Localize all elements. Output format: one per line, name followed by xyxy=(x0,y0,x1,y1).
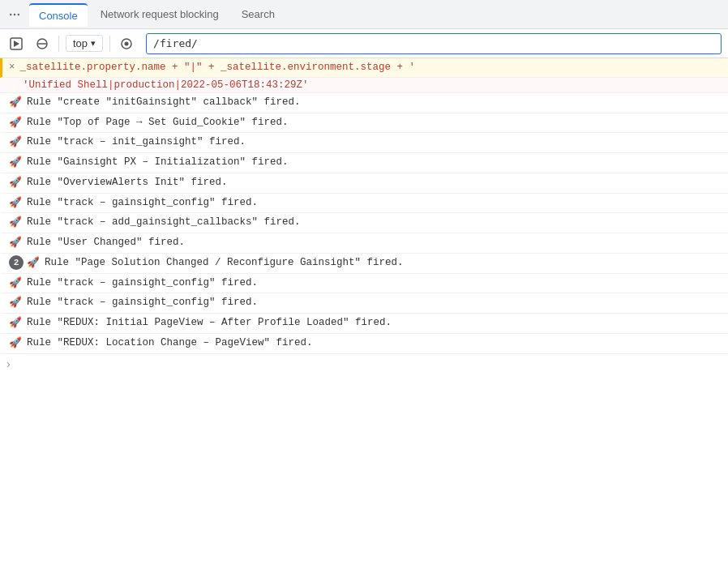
repeat-count-badge: 2 xyxy=(9,255,24,270)
rocket-icon: 🚀 xyxy=(9,336,22,352)
rocket-icon: 🚀 xyxy=(9,135,22,151)
table-row: 🚀 Rule "track – gainsight_config" fired. xyxy=(0,194,728,214)
tab-network-request-blocking[interactable]: Network request blocking xyxy=(91,3,229,25)
table-row: 🚀 Rule "OverviewAlerts Init" fired. xyxy=(0,173,728,194)
rocket-icon: 🚀 xyxy=(9,115,22,131)
rocket-icon: 🚀 xyxy=(9,215,22,231)
toolbar: top ▾ xyxy=(0,29,728,58)
filter-input-wrapper xyxy=(146,33,722,54)
table-row: 2 🚀 Rule "Page Solution Changed / Reconf… xyxy=(0,254,728,274)
clear-console-button[interactable] xyxy=(32,34,52,53)
console-row-warning: × _satellite.property.name + "|" + _sate… xyxy=(0,58,728,78)
svg-point-1 xyxy=(14,13,15,15)
table-row: 🚀 Rule "create "initGainsight" callback"… xyxy=(0,93,728,113)
tab-bar: Console Network request blocking Search xyxy=(0,0,728,29)
rocket-icon: 🚀 xyxy=(9,195,22,212)
rocket-icon: 🚀 xyxy=(9,276,22,292)
filter-input[interactable] xyxy=(146,33,722,54)
rocket-icon: 🚀 xyxy=(9,295,22,311)
execute-button[interactable] xyxy=(6,34,26,53)
rocket-icon: 🚀 xyxy=(9,235,22,251)
chevron-down-icon: ▾ xyxy=(91,38,96,49)
tab-search[interactable]: Search xyxy=(232,3,285,25)
rocket-icon: 🚀 xyxy=(9,155,22,171)
table-row: 🚀 Rule "REDUX: Initial PageView – After … xyxy=(0,314,728,334)
table-row: 🚀 Rule "REDUX: Location Change – PageVie… xyxy=(0,334,728,354)
console-cursor: › xyxy=(0,354,728,374)
svg-point-8 xyxy=(125,41,129,45)
table-row: 🚀 Rule "Gainsight PX – Initialization" f… xyxy=(0,153,728,173)
context-selector[interactable]: top ▾ xyxy=(66,35,103,52)
table-row: 🚀 Rule "User Changed" fired. xyxy=(0,233,728,254)
rocket-icon: 🚀 xyxy=(9,315,22,331)
rocket-icon: 🚀 xyxy=(9,175,22,191)
tab-console[interactable]: Console xyxy=(29,3,88,27)
console-output: × _satellite.property.name + "|" + _sate… xyxy=(0,58,728,577)
svg-marker-4 xyxy=(14,41,19,47)
divider-2 xyxy=(109,36,110,52)
table-row: 🚀 Rule "Top of Page → Set Guid_Cookie" f… xyxy=(0,113,728,134)
close-icon[interactable]: × xyxy=(9,60,15,75)
more-options-icon[interactable] xyxy=(6,6,23,23)
table-row: 🚀 Rule "track – gainsight_config" fired. xyxy=(0,293,728,314)
console-expression: _satellite.property.name + "|" + _satell… xyxy=(20,60,722,75)
table-row: 🚀 Rule "track – gainsight_config" fired. xyxy=(0,274,728,294)
table-row: 🚀 Rule "track – init_gainsight" fired. xyxy=(0,133,728,153)
console-expression-result: 'Unified Shell|production|2022-05-06T18:… xyxy=(0,78,728,93)
rocket-icon: 🚀 xyxy=(27,255,40,271)
divider-1 xyxy=(58,36,59,52)
svg-point-2 xyxy=(18,13,19,15)
rocket-icon: 🚀 xyxy=(9,95,22,111)
context-label: top xyxy=(73,37,88,49)
show-log-levels-button[interactable] xyxy=(117,34,136,53)
table-row: 🚀 Rule "track – add_gainsight_callbacks"… xyxy=(0,213,728,233)
svg-point-0 xyxy=(10,13,11,15)
